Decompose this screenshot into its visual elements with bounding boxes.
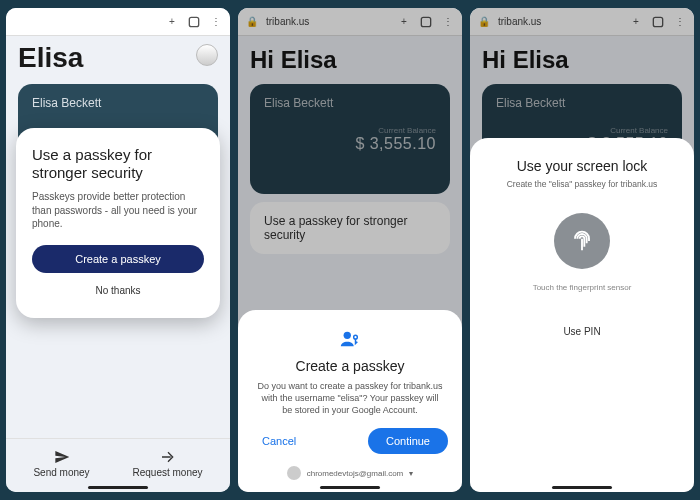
send-label: Send money: [33, 467, 89, 478]
home-indicator[interactable]: [552, 486, 612, 489]
home-indicator[interactable]: [88, 486, 148, 489]
fingerprint-icon: [568, 227, 596, 255]
sheet-title: Create a passkey: [252, 358, 448, 374]
passkey-icon: [339, 328, 361, 350]
lock-body: Create the "elisa" passkey for tribank.u…: [484, 179, 680, 189]
svg-point-2: [344, 331, 351, 338]
svg-rect-0: [189, 17, 198, 26]
chevron-down-icon: ▾: [409, 469, 413, 478]
phone-screen-2: 🔒 tribank.us + ⋮ Hi Elisa Elisa Beckett …: [238, 8, 462, 492]
cancel-button[interactable]: Cancel: [252, 429, 306, 453]
tabs-icon[interactable]: [186, 14, 202, 30]
passkey-prompt-card: Use a passkey for stronger security Pass…: [16, 128, 220, 318]
svg-point-3: [354, 335, 358, 339]
prompt-title: Use a passkey for stronger security: [32, 146, 204, 182]
use-pin-button[interactable]: Use PIN: [561, 320, 602, 343]
avatar[interactable]: [196, 44, 218, 66]
account-holder: Elisa Beckett: [32, 96, 204, 110]
sheet-body: Do you want to create a passkey for trib…: [252, 380, 448, 416]
more-icon[interactable]: ⋮: [208, 14, 224, 30]
request-label: Request money: [132, 467, 202, 478]
request-icon: [160, 449, 176, 465]
request-money-button[interactable]: Request money: [132, 449, 202, 478]
send-money-button[interactable]: Send money: [33, 449, 89, 478]
screen-lock-sheet: Use your screen lock Create the "elisa" …: [470, 138, 694, 492]
create-passkey-button[interactable]: Create a passkey: [32, 245, 204, 273]
no-thanks-button[interactable]: No thanks: [32, 277, 204, 304]
bottom-actions: Send money Request money: [6, 438, 230, 492]
account-avatar: [287, 466, 301, 480]
continue-button[interactable]: Continue: [368, 428, 448, 454]
account-email: chromedevtojs@gmail.com: [307, 469, 404, 478]
address-bar: + ⋮: [6, 8, 230, 36]
home-indicator[interactable]: [320, 486, 380, 489]
create-passkey-sheet: Create a passkey Do you want to create a…: [238, 310, 462, 492]
prompt-body: Passkeys provide better protection than …: [32, 190, 204, 231]
greeting: Elisa: [18, 42, 218, 74]
phone-screen-1: + ⋮ Elisa Elisa Beckett $ 10,589.45 Goal…: [6, 8, 230, 492]
lock-title: Use your screen lock: [484, 158, 680, 174]
account-row[interactable]: chromedevtojs@gmail.com ▾: [252, 466, 448, 480]
phone-screen-3: 🔒 tribank.us + ⋮ Hi Elisa Elisa Beckett …: [470, 8, 694, 492]
new-tab-icon[interactable]: +: [164, 14, 180, 30]
send-icon: [54, 449, 70, 465]
fingerprint-button[interactable]: [554, 213, 610, 269]
touch-hint: Touch the fingerprint sensor: [484, 283, 680, 292]
